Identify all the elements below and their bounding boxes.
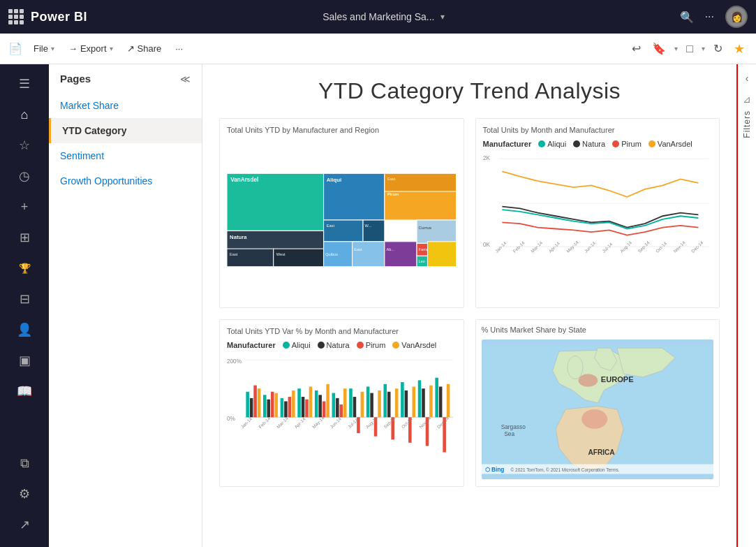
svg-rect-19 — [227, 249, 274, 267]
line-legend-vanarsdel: VanArsdel — [648, 140, 692, 148]
map-title: % Units Market Share by State — [482, 326, 714, 334]
page-item-ytd-category[interactable]: YTD Category — [49, 118, 202, 143]
filters-panel: ‹ ⊿ Filters — [736, 64, 756, 547]
svg-rect-88 — [378, 391, 381, 417]
svg-text:Currus: Currus — [419, 225, 431, 230]
sidebar-item-learn[interactable]: 📖 — [10, 377, 38, 405]
sidebar-item-hamburger[interactable]: ☰ — [10, 70, 38, 98]
file-button[interactable]: File ▾ — [28, 41, 60, 57]
bar-natura-dot — [318, 342, 325, 349]
page-item-growth-opportunities[interactable]: Growth Opportunities — [49, 168, 202, 194]
sidebar-item-monitor[interactable]: ▣ — [10, 347, 38, 374]
main-layout: ☰ ⌂ ☆ ◷ + ⊞ 🏆 ⊟ 👤 ▣ 📖 ⧉ ⚙ ↗ Pages ≪ Mark… — [0, 64, 756, 547]
line-legend-label: Manufacturer — [483, 140, 532, 148]
app-grid-button[interactable] — [8, 9, 24, 24]
sidebar-item-home[interactable]: ⌂ — [10, 101, 38, 129]
bar-chart-panel[interactable]: Total Units YTD Var % by Month and Manuf… — [219, 319, 464, 487]
page-item-sentiment[interactable]: Sentiment — [49, 143, 202, 168]
sidebar-item-settings[interactable]: ⚙ — [10, 480, 38, 508]
search-icon[interactable]: 🔍 — [680, 10, 694, 24]
bar-legend-aliqui: Aliqui — [283, 341, 311, 349]
pages-collapse-button[interactable]: ≪ — [180, 73, 191, 85]
treemap-panel[interactable]: Total Units YTD by Manufacturer and Regi… — [219, 118, 464, 308]
bar-legend-pirum: Pirum — [357, 341, 386, 349]
refresh-button[interactable]: ↻ — [711, 39, 725, 58]
more-options-button[interactable]: ··· — [170, 41, 188, 57]
view-button[interactable]: □ — [683, 40, 696, 58]
filters-label: Filters — [742, 110, 752, 138]
svg-rect-71 — [305, 400, 309, 418]
sidebar-item-create[interactable]: + — [10, 193, 38, 221]
topbar: Power BI Sales and Marketing Sa... ▾ 🔍 ·… — [0, 0, 756, 34]
svg-rect-89 — [383, 384, 387, 417]
line-chart-legend: Manufacturer Aliqui Natura Pirum — [483, 140, 713, 148]
svg-rect-80 — [343, 388, 347, 417]
filters-funnel-icon: ⊿ — [743, 94, 751, 105]
svg-rect-97 — [418, 380, 422, 417]
line-legend-pirum: Pirum — [612, 140, 642, 148]
sidebar-item-expand[interactable]: ↗ — [10, 511, 38, 539]
bar-chart-container: 200% 0% — [227, 353, 457, 479]
svg-text:0K: 0K — [483, 242, 491, 248]
svg-rect-68 — [292, 391, 295, 417]
sidebar-item-datahub[interactable]: ⧉ — [10, 449, 38, 477]
svg-rect-100 — [429, 386, 433, 418]
svg-text:Natura: Natura — [230, 234, 247, 240]
sidebar-item-favorites[interactable]: ☆ — [10, 131, 38, 159]
svg-rect-6 — [324, 220, 363, 242]
svg-text:Ab...: Ab... — [386, 247, 394, 251]
filters-toggle-button[interactable]: ‹ — [746, 67, 749, 89]
undo-button[interactable]: ↩ — [629, 39, 644, 58]
svg-rect-61 — [263, 395, 267, 417]
sidebar-item-workspaces[interactable]: ⊟ — [10, 285, 38, 313]
svg-text:Mar-14: Mar-14 — [276, 416, 290, 430]
page-item-market-share[interactable]: Market Share — [49, 93, 202, 118]
export-button[interactable]: → Export ▾ — [63, 41, 119, 57]
svg-rect-29 — [417, 220, 456, 243]
content-area: YTD Category Trend Analysis Total Units … — [202, 64, 736, 547]
more-icon[interactable]: ··· — [705, 10, 714, 23]
svg-rect-96 — [413, 386, 416, 417]
bar-aliqui-dot — [283, 342, 290, 349]
svg-rect-57 — [246, 392, 249, 418]
bar-legend-label: Manufacturer — [227, 341, 276, 349]
view-chevron[interactable]: ▾ — [702, 45, 705, 52]
report-title-chevron[interactable]: ▾ — [440, 12, 445, 22]
bookmark-button[interactable]: 🔖 — [649, 39, 669, 58]
svg-text:East: East — [230, 252, 238, 256]
avatar[interactable]: 👩 — [725, 6, 748, 28]
bookmark-chevron[interactable]: ▾ — [674, 45, 678, 52]
pages-header: Pages ≪ — [49, 73, 202, 93]
svg-rect-63 — [271, 392, 274, 418]
bar-chart-title: Total Units YTD Var % by Month and Manuf… — [227, 327, 457, 335]
map-svg: EUROPE AFRICA Sargasso Sea ⬡ Bing © 2021… — [482, 340, 714, 479]
svg-rect-62 — [267, 400, 270, 418]
sidebar: ☰ ⌂ ☆ ◷ + ⊞ 🏆 ⊟ 👤 ▣ 📖 ⧉ ⚙ ↗ — [0, 64, 49, 547]
svg-text:Jan-14: Jan-14 — [240, 416, 253, 429]
charts-grid: Total Units YTD by Manufacturer and Regi… — [219, 118, 720, 487]
map-panel[interactable]: % Units Market Share by State — [475, 319, 720, 487]
svg-rect-25 — [353, 242, 385, 267]
svg-rect-92 — [395, 388, 399, 417]
sidebar-item-apps[interactable]: ⊞ — [10, 224, 38, 251]
svg-rect-90 — [387, 392, 391, 418]
svg-rect-59 — [253, 386, 257, 418]
sidebar-item-goals[interactable]: 🏆 — [10, 254, 38, 282]
star-button[interactable]: ★ — [731, 38, 748, 59]
treemap-title: Total Units YTD by Manufacturer and Regi… — [227, 126, 457, 134]
svg-text:Aliqui: Aliqui — [327, 177, 341, 183]
svg-rect-76 — [326, 384, 329, 417]
app-brand: Power BI — [31, 10, 87, 24]
vanarsdel-dot — [648, 140, 655, 147]
sidebar-item-people[interactable]: 👤 — [10, 316, 38, 344]
svg-rect-70 — [302, 397, 305, 417]
svg-rect-94 — [405, 391, 408, 417]
share-button[interactable]: ↗ Share — [121, 41, 168, 57]
svg-text:Apr-14: Apr-14 — [547, 240, 561, 254]
sidebar-item-recent[interactable]: ◷ — [10, 162, 38, 190]
svg-rect-67 — [288, 397, 292, 417]
treemap-svg: VanArsdel East Aliqui East W... — [227, 140, 457, 300]
line-chart-panel[interactable]: Total Units by Month and Manufacturer Ma… — [475, 118, 720, 308]
svg-text:East: East — [387, 177, 396, 181]
svg-rect-72 — [309, 386, 313, 417]
